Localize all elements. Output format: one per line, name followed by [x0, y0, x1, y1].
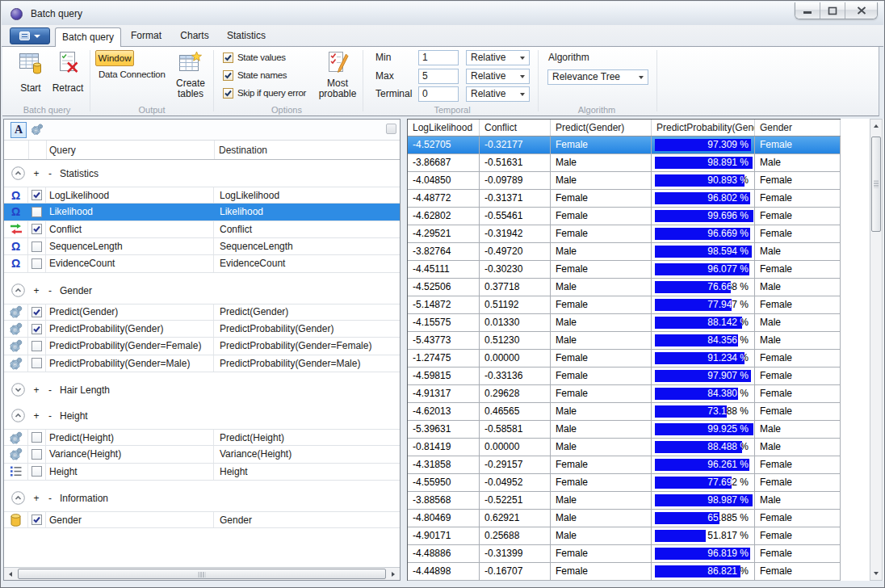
- row-checkbox[interactable]: [31, 449, 42, 460]
- start-button[interactable]: Start: [12, 48, 49, 112]
- table-row[interactable]: -4.59815-0.33136Female97.907 %97.907 %Fe…: [408, 368, 841, 385]
- table-row[interactable]: -4.29521-0.31942Female96.669 %96.669 %Fe…: [408, 225, 841, 243]
- table-row[interactable]: -4.913170.29628Female84.380 %84.380 %Fem…: [408, 385, 841, 403]
- table-row[interactable]: -4.155750.01330Male88.142 %88.142 %Male: [408, 314, 841, 332]
- max-mode-dropdown[interactable]: Relative: [466, 69, 530, 84]
- table-row[interactable]: -4.31858-0.29157Female96.261 %96.261 %Fe…: [408, 456, 841, 474]
- query-row[interactable]: PredictProbability(Gender)PredictProbabi…: [4, 321, 400, 338]
- deselect-all-button[interactable]: -: [46, 492, 54, 506]
- query-row[interactable]: Predict(Gender)Predict(Gender): [4, 304, 400, 321]
- font-button[interactable]: A: [10, 122, 27, 138]
- vertical-scrollbar[interactable]: [870, 119, 883, 581]
- query-row[interactable]: Variance(Height)Variance(Height): [4, 446, 400, 463]
- most-probable-button[interactable]: Most probable: [317, 48, 359, 112]
- data-connection-button[interactable]: Data Connection: [99, 69, 166, 79]
- tab-batch-query[interactable]: Batch query: [55, 27, 121, 47]
- query-row[interactable]: PredictProbability(Gender=Female)Predict…: [4, 338, 400, 355]
- table-row[interactable]: -3.88568-0.52251Male98.987 %98.987 %Male: [408, 492, 841, 510]
- table-row[interactable]: -4.901710.25688Male51.817 %51.817 %Femal…: [408, 527, 841, 545]
- toolbar-overflow-icon[interactable]: [386, 124, 396, 134]
- close-button[interactable]: [845, 2, 877, 19]
- scroll-down-button[interactable]: [870, 567, 882, 580]
- row-checkbox[interactable]: [31, 466, 42, 477]
- query-row[interactable]: ΩSequenceLengthSequenceLength: [4, 238, 400, 255]
- collapse-toggle[interactable]: [11, 491, 25, 508]
- query-row[interactable]: ΩLogLikelihoodLogLikelihood: [4, 187, 400, 204]
- scroll-up-button[interactable]: [870, 120, 882, 132]
- row-checkbox[interactable]: [31, 224, 42, 234]
- horizontal-scrollbar[interactable]: [4, 567, 400, 580]
- row-checkbox[interactable]: [31, 258, 42, 269]
- query-row[interactable]: ConflictConflict: [4, 221, 400, 238]
- table-row[interactable]: -1.274750.00000Female91.234 %91.234 %Fem…: [408, 350, 841, 368]
- min-mode-dropdown[interactable]: Relative: [466, 50, 530, 65]
- table-row[interactable]: -0.814190.00000Male88.488 %88.488 %Male: [408, 439, 841, 456]
- table-row[interactable]: -4.48886-0.31399Female96.819 %96.819 %Fe…: [408, 545, 841, 563]
- query-row[interactable]: Predict(Height)Predict(Height): [4, 429, 400, 446]
- deselect-all-button[interactable]: -: [46, 284, 54, 298]
- collapse-toggle[interactable]: [11, 166, 25, 183]
- tree-group-row[interactable]: +-Statistics: [4, 160, 400, 182]
- tree-group-row[interactable]: +-Information: [4, 485, 400, 506]
- max-input[interactable]: 5: [418, 69, 459, 84]
- settings-button[interactable]: [29, 122, 45, 138]
- results-column-header[interactable]: Conflict: [480, 120, 551, 136]
- tree-group-row[interactable]: +-Height: [4, 402, 400, 424]
- collapse-toggle[interactable]: [11, 383, 25, 400]
- tab-charts[interactable]: Charts: [171, 25, 218, 47]
- state-values-option[interactable]: State values: [223, 51, 286, 64]
- select-all-button[interactable]: +: [32, 284, 40, 298]
- collapse-toggle[interactable]: [11, 409, 25, 426]
- skip-if-query-error-option[interactable]: Skip if query error: [223, 86, 306, 99]
- scroll-left-button[interactable]: [4, 568, 17, 580]
- table-row[interactable]: -4.525060.37718Male76.668 %76.668 %Male: [408, 279, 841, 296]
- table-row[interactable]: -3.86687-0.51631Male98.891 %98.891 %Male: [408, 154, 841, 172]
- row-checkbox[interactable]: [31, 358, 42, 368]
- row-checkbox[interactable]: [31, 514, 42, 525]
- retract-button[interactable]: Retract: [49, 48, 86, 112]
- results-column-header[interactable]: PredictProbability(Gender): [652, 120, 755, 136]
- algorithm-dropdown[interactable]: Relevance Tree: [547, 69, 648, 85]
- scrollbar-thumb[interactable]: [18, 569, 386, 579]
- query-row[interactable]: GenderGender: [4, 511, 400, 528]
- select-all-button[interactable]: +: [32, 384, 40, 397]
- tree-group-row[interactable]: +-Hair Length: [4, 376, 400, 398]
- row-checkbox[interactable]: [31, 242, 42, 252]
- query-row[interactable]: ΩLikelihoodLikelihood: [4, 204, 400, 220]
- table-row[interactable]: -4.44898-0.16707Female86.821 %86.821 %Fe…: [408, 563, 841, 581]
- select-all-button[interactable]: +: [32, 410, 40, 423]
- column-header-destination[interactable]: Destination: [219, 141, 267, 160]
- row-checkbox[interactable]: [31, 341, 42, 351]
- title-bar[interactable]: Batch query: [2, 2, 883, 25]
- terminal-mode-dropdown[interactable]: Relative: [466, 86, 530, 102]
- scrollbar-thumb[interactable]: [871, 136, 881, 232]
- create-tables-button[interactable]: Create tables: [169, 48, 212, 112]
- deselect-all-button[interactable]: -: [46, 384, 54, 397]
- tree-group-row[interactable]: +-Gender: [4, 277, 400, 299]
- checkbox-checked-icon[interactable]: [223, 70, 233, 81]
- state-names-option[interactable]: State names: [223, 69, 287, 82]
- table-row[interactable]: -5.437730.51230Male84.356 %84.356 %Male: [408, 332, 841, 350]
- table-row[interactable]: -4.52705-0.32177Female97.309 %97.309 %Fe…: [408, 136, 841, 154]
- table-row[interactable]: -5.148720.51192Female77.947 %77.947 %Fem…: [408, 296, 841, 314]
- table-row[interactable]: -4.62802-0.55461Female99.696 %99.696 %Fe…: [408, 208, 841, 225]
- row-checkbox[interactable]: [31, 324, 42, 334]
- maximize-button[interactable]: [820, 2, 845, 19]
- min-input[interactable]: 1: [418, 50, 459, 65]
- minimize-button[interactable]: [795, 2, 820, 19]
- tab-format[interactable]: Format: [121, 25, 171, 47]
- column-header-query[interactable]: Query: [49, 141, 76, 160]
- table-row[interactable]: -4.45111-0.30230Female96.077 %96.077 %Fe…: [408, 261, 841, 279]
- table-row[interactable]: -4.804690.62921Male65.885 %65.885 %Femal…: [408, 510, 841, 527]
- table-row[interactable]: -5.39631-0.58581Male99.925 %99.925 %Male: [408, 421, 841, 439]
- table-row[interactable]: -4.620130.46565Male73.188 %73.188 %Femal…: [408, 403, 841, 421]
- table-row[interactable]: -4.55950-0.04952Female77.692 %77.692 %Fe…: [408, 474, 841, 492]
- results-column-header[interactable]: Gender: [755, 120, 841, 136]
- query-row[interactable]: HeightHeight: [4, 464, 400, 481]
- collapse-toggle[interactable]: [11, 284, 25, 300]
- row-checkbox[interactable]: [31, 207, 42, 217]
- select-all-button[interactable]: +: [32, 492, 40, 506]
- row-checkbox[interactable]: [31, 307, 42, 317]
- checkbox-checked-icon[interactable]: [223, 52, 233, 63]
- row-checkbox[interactable]: [31, 432, 42, 443]
